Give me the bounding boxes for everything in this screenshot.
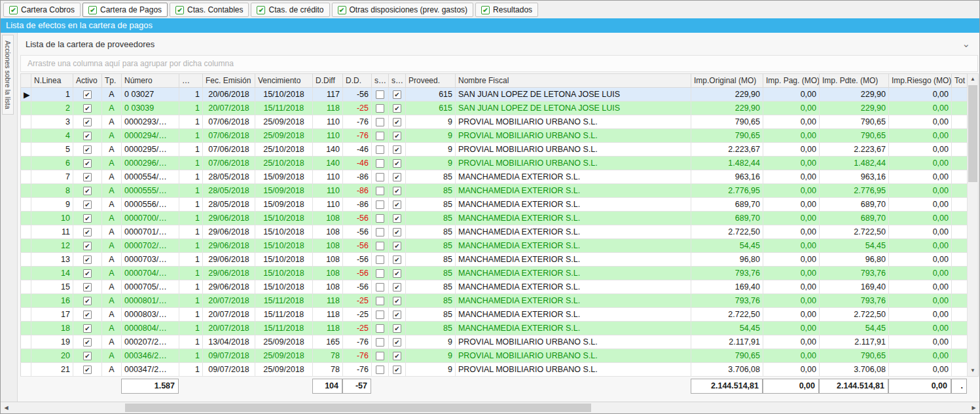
cell-d_diff[interactable]: 110 [313,198,343,212]
cell-tp[interactable]: A [102,267,122,280]
checkbox-activo-checked[interactable] [83,255,92,264]
checkbox-s1-unchecked[interactable] [376,338,384,347]
cell-imp_pdte[interactable]: 1.482,44 [820,157,889,170]
cell-tot[interactable] [952,239,968,253]
cell-nombre_fiscal[interactable]: MANCHAMEDIA EXTERIOR S.L. [456,294,691,308]
cell-imp_riesgo[interactable]: 0,00 [889,225,952,239]
cell-fec_emision[interactable]: 20/06/2018 [203,88,255,102]
column-header-vencimiento[interactable]: Vencimiento [255,74,313,88]
checkbox-s1-unchecked[interactable] [376,324,384,333]
cell-nombre_fiscal[interactable]: SAN JUAN LOPEZ DE LETONA JOSE LUIS [456,102,691,115]
cell-imp_pag[interactable]: 0,00 [763,170,820,184]
cell-dots[interactable]: 1 [179,184,203,198]
cell-imp_pdte[interactable]: 54,45 [820,322,889,335]
cell-imp_pdte[interactable]: 689,70 [820,212,889,225]
cell-imp_riesgo[interactable]: 0,00 [889,184,952,198]
cell-d_diff[interactable]: 108 [313,225,343,239]
cell-proveed[interactable]: 85 [406,280,456,294]
table-row[interactable]: 21A000347/2…109/07/201825/09/201878-769P… [21,363,968,377]
cell-imp_original[interactable]: 54,45 [691,239,763,253]
cell-tot[interactable] [952,115,968,129]
cell-d_diff[interactable]: 118 [313,322,343,335]
cell-imp_pdte[interactable]: 963,16 [820,170,889,184]
cell-numero[interactable]: 0000296/… [122,157,179,170]
checkbox-s1-unchecked[interactable] [376,145,384,154]
checkbox-s2-checked[interactable] [393,200,401,209]
cell-imp_original[interactable]: 689,70 [691,198,763,212]
cell-d_diff[interactable]: 108 [313,212,343,225]
checkbox-activo-checked[interactable] [83,338,92,347]
cell-proveed[interactable]: 9 [406,363,456,377]
cell-imp_riesgo[interactable]: 0,00 [889,294,952,308]
cell-d_d[interactable]: -46 [343,143,372,157]
cell-tp[interactable]: A [102,115,122,129]
cell-imp_pag[interactable]: 0,00 [763,322,820,335]
scroll-right-icon[interactable]: ▶ [968,402,979,413]
checkbox-s1-unchecked[interactable] [376,366,384,374]
cell-tot[interactable] [952,349,968,363]
column-header-imp_riesgo[interactable]: Imp.Riesgo (MO) [889,74,952,88]
cell-imp_pdte[interactable]: 2.776,95 [820,184,889,198]
checkbox-s1-unchecked[interactable] [376,242,384,250]
checkbox-activo-checked[interactable] [83,242,92,250]
cell-imp_pag[interactable]: 0,00 [763,349,820,363]
cell-d_d[interactable]: -76 [343,349,372,363]
cell-fec_emision[interactable]: 29/06/2018 [203,267,255,280]
cell-nombre_fiscal[interactable]: PROVIAL MOBILIARIO URBANO S.L. [456,143,691,157]
cell-d_d[interactable]: -86 [343,198,372,212]
cell-tot[interactable] [952,253,968,267]
checkbox-s2-checked[interactable] [393,242,401,250]
cell-dots[interactable]: 1 [179,170,203,184]
checkbox-s1-unchecked[interactable] [376,228,384,236]
checkbox-s2-checked[interactable] [393,255,401,264]
cell-fec_emision[interactable]: 29/06/2018 [203,280,255,294]
checkbox-s2-checked[interactable] [393,228,401,236]
cell-numero[interactable]: 0000555/… [122,184,179,198]
cell-nombre_fiscal[interactable]: PROVIAL MOBILIARIO URBANO S.L. [456,115,691,129]
cell-imp_riesgo[interactable]: 0,00 [889,363,952,377]
cell-vencimiento[interactable]: 15/11/2018 [255,308,313,322]
cell-imp_riesgo[interactable]: 0,00 [889,212,952,225]
checkbox-activo-checked[interactable] [83,104,92,113]
cell-d_d[interactable]: -25 [343,322,372,335]
cell-nombre_fiscal[interactable]: MANCHAMEDIA EXTERIOR S.L. [456,198,691,212]
cell-vencimiento[interactable]: 15/11/2018 [255,294,313,308]
cell-imp_original[interactable]: 963,16 [691,170,763,184]
cell-d_d[interactable]: -76 [343,129,372,143]
checkbox-activo-checked[interactable] [83,310,92,319]
cell-proveed[interactable]: 9 [406,129,456,143]
cell-imp_pag[interactable]: 0,00 [763,280,820,294]
cell-imp_pdte[interactable]: 793,76 [820,294,889,308]
cell-d_d[interactable]: -56 [343,280,372,294]
sidebar-actions-tab[interactable]: Acciones sobre la lista [2,35,14,115]
cell-imp_pdte[interactable]: 790,65 [820,115,889,129]
checkbox-s1-unchecked[interactable] [376,200,384,209]
cell-imp_pag[interactable]: 0,00 [763,212,820,225]
cell-numero[interactable]: 0000293/… [122,115,179,129]
cell-imp_original[interactable]: 2.722,50 [691,308,763,322]
cell-nombre_fiscal[interactable]: PROVIAL MOBILIARIO URBANO S.L. [456,363,691,377]
cell-n_linea[interactable]: 2 [31,102,73,115]
table-row[interactable]: 2A0 03039120/07/201815/11/2018118-25615S… [21,102,968,115]
cell-vencimiento[interactable]: 15/10/2018 [255,239,313,253]
cell-imp_pag[interactable]: 0,00 [763,308,820,322]
cell-tp[interactable]: A [102,294,122,308]
cell-proveed[interactable]: 615 [406,102,456,115]
cell-numero[interactable]: 0000801/… [122,294,179,308]
cell-vencimiento[interactable]: 15/09/2018 [255,198,313,212]
cell-imp_pag[interactable]: 0,00 [763,115,820,129]
cell-d_diff[interactable]: 110 [313,115,343,129]
cell-tp[interactable]: A [102,198,122,212]
cell-n_linea[interactable]: 5 [31,143,73,157]
cell-dots[interactable]: 1 [179,267,203,280]
cell-nombre_fiscal[interactable]: MANCHAMEDIA EXTERIOR S.L. [456,212,691,225]
cell-tot[interactable] [952,198,968,212]
table-row[interactable]: 6A0000296/…107/06/201825/10/2018140-469P… [21,157,968,170]
checkbox-s2-checked[interactable] [393,104,401,113]
cell-d_diff[interactable]: 118 [313,308,343,322]
cell-fec_emision[interactable]: 09/07/2018 [203,349,255,363]
cell-n_linea[interactable]: 14 [31,267,73,280]
cell-numero[interactable]: 0000295/… [122,143,179,157]
cell-tot[interactable] [952,88,968,102]
cell-proveed[interactable]: 85 [406,212,456,225]
